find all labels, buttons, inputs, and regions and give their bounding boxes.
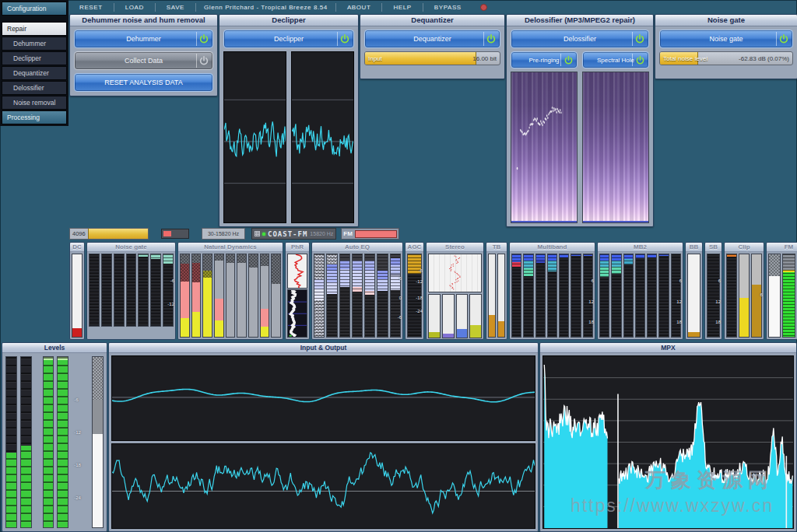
- fft-size-label: 4096: [70, 229, 88, 239]
- meter-title: Natural Dynamics: [178, 243, 283, 252]
- meter-bar: [523, 254, 533, 338]
- meter-bar: [150, 254, 161, 327]
- menu-about[interactable]: ABOUT: [336, 4, 382, 11]
- meter-bar: [20, 356, 32, 528]
- menu-bypass[interactable]: BYPASS: [423, 4, 472, 11]
- meter-bar: [535, 254, 546, 338]
- station-name: COAST-FM: [268, 230, 307, 238]
- mpx-spectrum-display: [542, 355, 794, 529]
- level-indicator: [161, 229, 189, 239]
- button-label: Noise gate: [709, 35, 743, 43]
- meter-bar: [138, 254, 149, 327]
- sidebar-item-declipper[interactable]: Declipper: [2, 51, 67, 65]
- declipper-toggle-button[interactable]: Declipper: [223, 30, 354, 48]
- meter-bar: [352, 254, 363, 338]
- sidebar-item-noise-removal[interactable]: Noise removal: [2, 96, 67, 110]
- meter-bar: [114, 254, 125, 327]
- phase-trace-display: [287, 254, 307, 289]
- slider-label: Total noise level: [663, 55, 707, 62]
- noise-gate-toggle-button[interactable]: Noise gate: [659, 30, 793, 48]
- meter-panel-auto-eq: Auto EQ60-6: [311, 242, 403, 340]
- meter-bar: [180, 254, 190, 338]
- power-icon: [776, 32, 791, 46]
- meter-bar: [271, 254, 281, 338]
- band-range-label: 30-15820 Hz: [202, 228, 245, 240]
- sidebar-item-dehummer[interactable]: Dehummer: [2, 37, 67, 51]
- levels-panel: Levels -6-12-18-24: [2, 342, 107, 532]
- button-label: Collect Data: [125, 57, 163, 65]
- meter-row: DCNoise gate-6-12Natural DynamicsPhRAuto…: [69, 242, 797, 340]
- sidebar: ConfigurationRepairDehummerDeclipperDequ…: [0, 0, 68, 126]
- slider-value: 16.00 bit: [472, 55, 497, 62]
- meter-gap: [35, 356, 40, 528]
- panel-title: MPX: [540, 343, 796, 353]
- mpx-panel: MPX: [539, 342, 797, 532]
- meter-bar: [511, 254, 521, 338]
- meter-panel-fm: FM0: [766, 242, 797, 340]
- input-bits-slider[interactable]: Input 16.00 bit: [364, 51, 500, 65]
- meter-bar: [488, 254, 496, 338]
- pre-ringing-toggle-button[interactable]: Pre-ringing: [511, 51, 578, 68]
- meter-bar: [635, 254, 645, 338]
- meter-panel-natural-dynamics: Natural Dynamics: [177, 242, 283, 340]
- spectral-hole-toggle-button[interactable]: Spectral Hole: [582, 51, 649, 68]
- sidebar-item-processing[interactable]: Processing: [2, 110, 67, 124]
- meter-title: AGC: [406, 243, 423, 252]
- meter-bar: [671, 254, 681, 338]
- button-label: Delossifier: [564, 35, 596, 43]
- meter-bar: [497, 254, 505, 338]
- meter-bar: [191, 254, 202, 338]
- power-icon: [560, 54, 575, 66]
- meter-bar: [72, 254, 83, 338]
- power-icon: [196, 32, 211, 46]
- status-led-icon: [262, 233, 265, 236]
- meter-bar: [442, 294, 455, 338]
- meter-panel-phr: PhR: [285, 242, 310, 340]
- meter-bar: [599, 254, 609, 338]
- total-noise-level-slider[interactable]: Total noise level -62.83 dB (0.07%): [659, 51, 793, 65]
- meter-bar: [260, 254, 270, 338]
- meter-gap: [72, 356, 89, 528]
- sidebar-item-delossifier[interactable]: Delossifier: [2, 81, 67, 95]
- meter-bar: [428, 294, 441, 338]
- meter-bar: [647, 254, 657, 338]
- meter-bar: [364, 254, 375, 338]
- meter-bar: [237, 254, 247, 338]
- meter-title: Noise gate: [87, 243, 175, 252]
- menu-load[interactable]: LOAD: [114, 4, 155, 11]
- meter-title: PhR: [286, 243, 309, 252]
- button-label: RESET ANALYSIS DATA: [104, 79, 182, 86]
- meter-panel-clip: Clip6: [724, 242, 764, 340]
- meter-bar: [687, 254, 700, 338]
- meter-bar: [5, 356, 17, 528]
- fft-size-indicator[interactable]: 4096: [69, 228, 149, 240]
- input-waveform-display: [111, 355, 535, 441]
- meter-bar: [57, 356, 68, 528]
- station-display: COAST-FM 15820 Hz: [251, 228, 336, 240]
- meter-bar: [751, 254, 762, 338]
- panel-title: Delossifier (MP3/MPEG2 repair): [507, 15, 653, 26]
- dequantizer-toggle-button[interactable]: Dequantizer: [364, 30, 500, 48]
- sidebar-item-dequantizer[interactable]: Dequantizer: [2, 66, 67, 80]
- meter-bar: [559, 254, 569, 338]
- menu-save[interactable]: SAVE: [156, 4, 195, 11]
- declipper-waveform-right: [291, 51, 354, 223]
- menu-help[interactable]: HELP: [382, 4, 422, 11]
- meter-panel-agc: AGC-6-12-18-24: [405, 242, 424, 340]
- reset-analysis-data-button[interactable]: RESET ANALYSIS DATA: [74, 73, 213, 92]
- input-output-panel: Input & Output: [108, 342, 539, 532]
- delossifier-toggle-button[interactable]: Delossifier: [511, 30, 649, 48]
- sidebar-item-repair[interactable]: Repair: [2, 22, 67, 36]
- collect-data-button[interactable]: Collect Data: [74, 51, 213, 70]
- spectrogram-right: [582, 72, 649, 223]
- power-icon: [337, 32, 352, 46]
- menu-reset[interactable]: RESET: [68, 4, 114, 11]
- meter-bar: [202, 254, 212, 338]
- menu-bar: RESETLOADSAVEGlenn Pritchard - Tropical …: [68, 0, 797, 14]
- meter-title: SB: [705, 243, 722, 252]
- button-label: Dehummer: [126, 35, 161, 43]
- meter-panel-sb: SB61218: [704, 242, 722, 340]
- dehummer-toggle-button[interactable]: Dehummer: [74, 30, 213, 48]
- sidebar-item-configuration[interactable]: Configuration: [2, 2, 67, 16]
- pattern-icon: [255, 231, 260, 236]
